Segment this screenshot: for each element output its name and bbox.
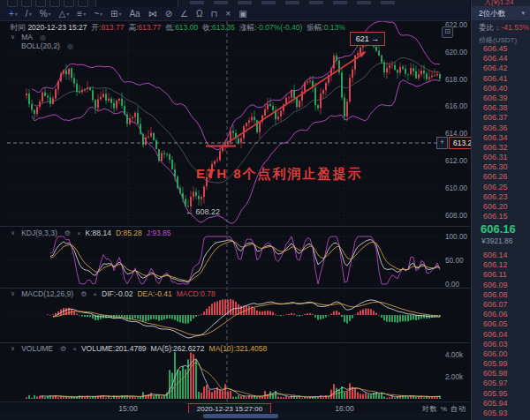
ask-price-row[interactable]: 606.37 — [472, 113, 530, 123]
ask-price-row[interactable]: 606.36 — [472, 124, 530, 133]
magnet-tool-icon[interactable]: Ω — [196, 8, 202, 20]
lock-tool-icon[interactable]: ⊓ — [211, 8, 218, 20]
bid-price-row[interactable]: 606.00 — [472, 349, 530, 359]
close-icon[interactable]: × — [72, 345, 77, 353]
crosshair-tool-icon[interactable]: +▾ — [9, 8, 18, 20]
bid-price-row[interactable]: 605.98 — [472, 369, 530, 379]
ask-price-row[interactable]: 606.30 — [472, 162, 530, 172]
ask-price-row[interactable]: 606.41 — [472, 74, 530, 84]
candle-body — [137, 113, 139, 124]
ask-price-row[interactable]: 606.26 — [472, 172, 530, 182]
scrollbar-handle[interactable] — [203, 414, 278, 418]
bid-price-row[interactable]: 606.09 — [472, 281, 530, 290]
collapse-chevron-icon[interactable]: ∨ — [11, 34, 15, 41]
ask-price-row[interactable]: 606.34 — [472, 133, 530, 143]
measure-tool-icon[interactable]: ∠ — [180, 8, 188, 20]
candle-body — [113, 103, 115, 109]
candle-body — [423, 71, 425, 73]
top-menu-icon[interactable] — [21, 0, 32, 7]
period-tab[interactable] — [238, 1, 252, 4]
last-price[interactable]: 606.16 — [472, 222, 530, 236]
macd-histogram-bar — [269, 311, 271, 315]
period-tab[interactable] — [285, 1, 299, 4]
boll-overlay-label[interactable]: BOLL(20,2) — [21, 41, 60, 50]
top-menu-icon[interactable] — [7, 0, 18, 7]
camera-icon[interactable]: ⊡ — [442, 26, 453, 38]
eye-icon[interactable]: ◎ — [40, 34, 46, 41]
decimals-dropdown[interactable]: 2位小数 ▾ — [472, 6, 530, 20]
bid-price-row[interactable]: 606.08 — [472, 290, 530, 300]
profit-note-annotation[interactable]: ETH 8个点利润止盈提示 — [196, 166, 363, 183]
trend-line-tool-icon[interactable]: /▾ — [26, 8, 32, 20]
eraser-tool-icon[interactable]: ⊘ — [165, 8, 172, 20]
top-menu-icon[interactable] — [35, 0, 46, 7]
add-order-button[interactable]: + — [436, 137, 448, 149]
volume-bar — [206, 385, 208, 399]
bid-price-row[interactable]: 605.99 — [472, 359, 530, 369]
text-tool-icon[interactable]: Aa — [129, 8, 140, 20]
settings-icon[interactable]: ⚙ — [64, 229, 71, 237]
ask-price-row[interactable]: 606.23 — [472, 192, 530, 202]
candle-body — [352, 70, 353, 79]
ask-price-row[interactable]: 606.32 — [472, 143, 530, 153]
fib-retracement-tool-icon[interactable]: %▾ — [40, 8, 51, 20]
bid-price-row[interactable]: 606.06 — [472, 310, 530, 319]
close-icon[interactable]: × — [93, 290, 97, 298]
period-tab[interactable] — [309, 1, 323, 4]
ask-price-row[interactable]: 606.20 — [472, 202, 530, 212]
collapse-chevron-icon[interactable]: ∨ — [11, 345, 15, 352]
bid-price-row[interactable]: 606.04 — [472, 330, 530, 340]
pattern-tool-icon[interactable]: ⋈ — [148, 8, 157, 20]
settings-icon[interactable]: ⚙ — [60, 345, 66, 353]
period-tab[interactable] — [333, 1, 347, 4]
volume-title[interactable]: VOLUME — [21, 344, 53, 353]
period-tab[interactable] — [381, 1, 395, 4]
candle-body — [272, 106, 274, 110]
bid-price-row[interactable]: 606.07 — [472, 300, 530, 310]
grid-tool-icon[interactable]: ⊞▾ — [110, 8, 121, 20]
peak-price-annotation[interactable]: 621 → — [350, 32, 385, 46]
bid-price-row[interactable]: 605.94 — [472, 399, 530, 409]
collapse-chevron-icon[interactable]: ∨ — [11, 290, 15, 297]
ask-price-row[interactable]: 606.38 — [472, 103, 530, 113]
macd-histogram-bar — [267, 311, 269, 315]
wave-tool-icon[interactable]: ~▾ — [94, 8, 102, 20]
bid-price-row[interactable]: 606.05 — [472, 319, 530, 329]
close-icon[interactable]: × — [77, 229, 81, 237]
ask-price-row[interactable]: 606.40 — [472, 84, 530, 94]
bid-price-row[interactable]: 605.97 — [472, 379, 530, 388]
ask-price-row[interactable]: 606.31 — [472, 153, 530, 162]
top-menu-icon[interactable] — [64, 0, 74, 7]
ask-price-row[interactable]: 606.42 — [472, 64, 530, 73]
macd-dea-value: DEA:-0.41 — [137, 289, 171, 298]
bid-price-row[interactable]: 605.93 — [472, 409, 530, 418]
parallel-lines-tool-icon[interactable]: ≡▾ — [77, 8, 86, 20]
bid-price-row[interactable]: 606.03 — [472, 340, 530, 349]
ma-overlay-label[interactable]: MA — [21, 33, 33, 41]
macd-title[interactable]: MACD(12,26,9) — [21, 289, 73, 298]
ask-price-row[interactable]: 606.44 — [472, 54, 530, 64]
candle-body — [256, 120, 258, 132]
ask-price-row[interactable]: 606.39 — [472, 94, 530, 103]
period-selector[interactable] — [95, 0, 178, 7]
ask-price-row[interactable]: 606.25 — [472, 183, 530, 192]
bid-price-row[interactable]: 606.14 — [472, 251, 530, 260]
remove-tool-icon[interactable]: × — [225, 8, 231, 20]
top-menu-icon[interactable] — [49, 0, 60, 7]
eye-icon[interactable]: ◎ — [67, 42, 73, 50]
shapes-tool-icon[interactable]: △▾ — [59, 8, 70, 20]
bid-price-row[interactable]: 606.12 — [472, 260, 530, 270]
collapse-chevron-icon[interactable]: ∨ — [11, 229, 15, 236]
period-tab[interactable] — [261, 1, 276, 4]
bid-price-row[interactable]: 606.11 — [472, 270, 530, 280]
settings-icon[interactable]: ⚙ — [80, 290, 87, 298]
period-tab[interactable] — [357, 1, 371, 4]
bid-price-row[interactable]: 605.95 — [472, 389, 530, 399]
period-tab[interactable] — [214, 1, 228, 4]
kdj-title[interactable]: KDJ(9,3,3) — [21, 229, 57, 237]
period-tab[interactable] — [190, 1, 204, 4]
ask-price-row[interactable]: 606.15 — [472, 212, 530, 221]
ask-price-row[interactable]: 606.45 — [472, 44, 530, 54]
top-menu-icon[interactable] — [78, 0, 88, 7]
copy-tool-icon[interactable]: ▣ — [238, 8, 246, 20]
